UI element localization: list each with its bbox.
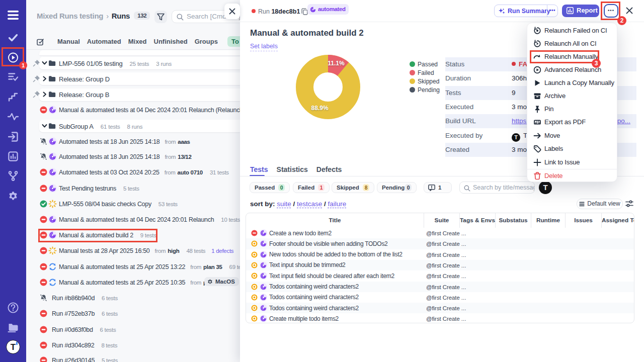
svg-text:88.9%: 88.9% — [311, 105, 329, 112]
svg-text:11.1%: 11.1% — [328, 60, 345, 67]
